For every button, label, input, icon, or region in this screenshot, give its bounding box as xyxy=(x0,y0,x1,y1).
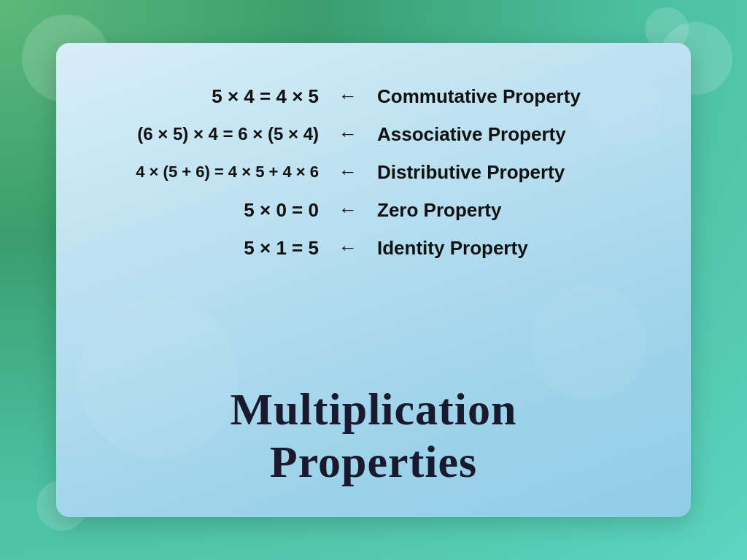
arrow-distributive: ← xyxy=(319,161,377,183)
equation-zero-left: 5 × 0 = 0 xyxy=(100,199,319,222)
property-distributive: Distributive Property xyxy=(377,161,565,184)
property-zero: Zero Property xyxy=(377,199,502,222)
equation-commutative-left: 5 × 4 = 4 × 5 xyxy=(100,85,319,108)
equation-row-associative: (6 × 5) × 4 = 6 × (5 × 4) ← Associative … xyxy=(100,117,647,151)
arrow-associative: ← xyxy=(319,123,377,145)
equation-distributive-left: 4 × (5 + 6) = 4 × 5 + 4 × 6 xyxy=(100,163,319,182)
arrow-zero: ← xyxy=(319,199,377,221)
equation-row-identity: 5 × 1 = 5 ← Identity Property xyxy=(100,231,647,265)
equation-associative-left: (6 × 5) × 4 = 6 × (5 × 4) xyxy=(100,124,319,144)
equation-row-commutative: 5 × 4 = 4 × 5 ← Commutative Property xyxy=(100,79,647,113)
equation-row-distributive: 4 × (5 + 6) = 4 × 5 + 4 × 6 ← Distributi… xyxy=(100,155,647,189)
arrow-identity: ← xyxy=(319,237,377,259)
title-line1: Multiplication xyxy=(231,384,517,434)
property-identity: Identity Property xyxy=(377,237,528,260)
equation-row-zero: 5 × 0 = 0 ← Zero Property xyxy=(100,193,647,227)
equation-identity-left: 5 × 1 = 5 xyxy=(100,237,319,260)
property-associative: Associative Property xyxy=(377,123,566,146)
property-commutative: Commutative Property xyxy=(377,85,581,108)
title-line2: Properties xyxy=(270,437,477,486)
arrow-commutative: ← xyxy=(319,85,377,107)
slide-card: 5 × 4 = 4 × 5 ← Commutative Property (6 … xyxy=(56,43,691,517)
